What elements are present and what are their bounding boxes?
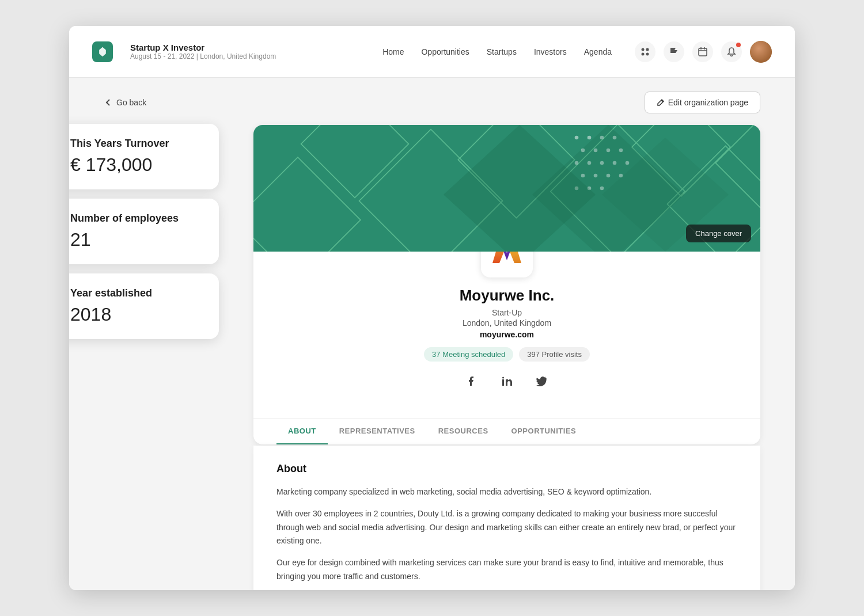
nav-icons (635, 41, 772, 63)
edit-org-button[interactable]: Edit organization page (645, 92, 760, 113)
employees-value: 21 (70, 229, 200, 250)
about-paragraph-1: Marketing company specialized in web mar… (276, 485, 737, 499)
social-links (276, 371, 737, 391)
turnover-value: € 173,000 (70, 154, 200, 176)
svg-rect-16 (253, 157, 361, 252)
brand-sub: August 15 - 21, 2022 | London, United Ki… (130, 52, 276, 60)
tab-resources[interactable]: RESOURCES (427, 419, 500, 444)
year-value: 2018 (70, 304, 200, 325)
cover-image: Change cover (253, 125, 760, 252)
user-avatar[interactable] (750, 41, 772, 63)
nav-link-startups[interactable]: Startups (487, 47, 517, 56)
apps-icon-btn[interactable] (635, 41, 655, 62)
about-paragraph-3: Our eye for design combined with marketi… (276, 556, 737, 584)
org-name: Moyurwe Inc. (276, 287, 737, 305)
edit-org-label: Edit organization page (668, 98, 748, 107)
tab-about[interactable]: ABOUT (276, 419, 328, 444)
svg-point-18 (588, 136, 592, 140)
nav-link-agenda[interactable]: Agenda (584, 47, 612, 56)
about-title: About (276, 463, 737, 475)
go-back-button[interactable]: Go back (104, 98, 146, 107)
employees-card: Number of employees 21 (69, 199, 219, 264)
svg-point-17 (575, 136, 579, 140)
employees-label: Number of employees (70, 212, 200, 225)
visits-badge: 397 Profile visits (519, 347, 590, 362)
change-cover-button[interactable]: Change cover (686, 225, 751, 242)
svg-rect-4 (699, 48, 707, 56)
page-toolbar: Go back Edit organization page (104, 92, 760, 113)
turnover-label: This Years Turnover (70, 138, 200, 150)
org-type: Start-Up (276, 308, 737, 317)
go-back-label: Go back (116, 98, 146, 107)
profile-body: Moyurwe Inc. Start-Up London, United Kin… (253, 226, 760, 409)
floating-cards: This Years Turnover € 173,000 Number of … (69, 124, 219, 339)
brand-name: Startup X Investor (130, 43, 276, 52)
browser-window: Startup X Investor August 15 - 21, 2022 … (69, 26, 795, 590)
org-badges: 37 Meeting scheduled 397 Profile visits (276, 347, 737, 362)
about-section: About Marketing company specialized in w… (253, 446, 760, 590)
profile-tabs: ABOUT REPRESENTATIVES RESOURCES OPPORTUN… (253, 418, 760, 444)
nav-link-home[interactable]: Home (382, 47, 404, 56)
tab-representatives[interactable]: REPRESENTATIVES (328, 419, 427, 444)
year-label: Year established (70, 287, 200, 299)
calendar-icon-btn[interactable] (692, 41, 713, 62)
svg-point-44 (502, 377, 504, 379)
nav-links: Home Opportunities Startups Investors Ag… (382, 47, 612, 56)
svg-point-2 (642, 52, 645, 55)
flag-icon-btn[interactable] (664, 41, 684, 62)
main-content: This Years Turnover € 173,000 Number of … (69, 78, 795, 590)
nav-brand: Startup X Investor August 15 - 21, 2022 … (130, 43, 276, 60)
svg-point-3 (646, 52, 649, 55)
linkedin-icon[interactable] (497, 371, 517, 391)
app-logo (92, 41, 113, 62)
year-card: Year established 2018 (69, 273, 219, 339)
profile-card: Change cover (253, 125, 760, 444)
meetings-badge: 37 Meeting scheduled (424, 347, 513, 362)
svg-rect-9 (301, 125, 409, 197)
twitter-icon[interactable] (531, 371, 552, 391)
tab-opportunities[interactable]: OPPORTUNITIES (500, 419, 588, 444)
org-website[interactable]: moyurwe.com (276, 330, 737, 339)
navbar: Startup X Investor August 15 - 21, 2022 … (69, 26, 795, 78)
org-location: London, United Kingdom (276, 318, 737, 328)
turnover-card: This Years Turnover € 173,000 (69, 124, 219, 189)
svg-point-1 (646, 48, 649, 51)
nav-link-opportunities[interactable]: Opportunities (421, 47, 469, 56)
bell-icon-btn[interactable] (721, 41, 742, 62)
svg-point-0 (642, 48, 645, 51)
facebook-icon[interactable] (462, 371, 483, 391)
nav-link-investors[interactable]: Investors (534, 47, 567, 56)
svg-rect-43 (502, 379, 504, 386)
notification-badge (736, 43, 741, 47)
about-paragraph-2: With over 30 employees in 2 countries, D… (276, 507, 737, 548)
